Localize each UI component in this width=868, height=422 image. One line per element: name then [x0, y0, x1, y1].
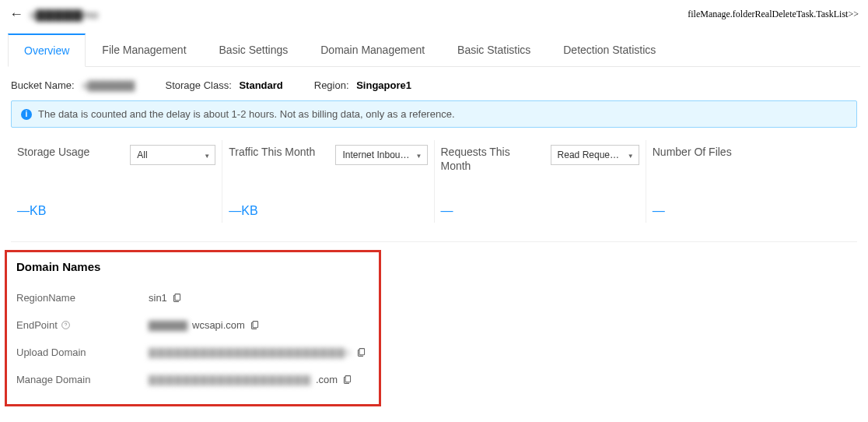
- bucket-name-value: s▇▇▇▇▇▇: [82, 79, 134, 91]
- tab-overview[interactable]: Overview: [8, 33, 86, 67]
- tab-file-management[interactable]: File Management: [86, 33, 202, 66]
- tab-domain-management[interactable]: Domain Management: [304, 33, 441, 66]
- help-icon[interactable]: [61, 320, 71, 330]
- svg-rect-0: [175, 294, 180, 301]
- copy-icon[interactable]: [250, 320, 260, 330]
- svg-rect-2: [253, 322, 258, 328]
- domain-names-section: Domain Names RegionName sin1 EndPoint ▇▇…: [5, 250, 381, 406]
- stat-requests-title: Requests This Month: [441, 145, 543, 173]
- bucket-name-label: Bucket Name:: [11, 79, 75, 91]
- domain-section-title: Domain Names: [16, 260, 369, 273]
- stat-files-value: —: [653, 204, 851, 218]
- stat-storage-usage: Storage Usage All —KB: [11, 140, 222, 223]
- stat-requests: Requests This Month Read Requests —: [435, 140, 646, 223]
- task-list-link[interactable]: fileManage.folderRealDeleteTask.TaskList…: [688, 9, 859, 20]
- stat-requests-value: —: [441, 204, 639, 218]
- traffic-select[interactable]: Internet Inbou…: [335, 145, 427, 165]
- storage-class-value: Standard: [239, 79, 282, 91]
- tab-basic-statistics[interactable]: Basic Statistics: [441, 33, 547, 66]
- manage-domain-prefix: ▇▇▇▇▇▇▇▇▇▇▇▇▇▇▇▇▇▇▇: [149, 374, 311, 385]
- endpoint-value-prefix: ▇▇▇▇▇: [149, 319, 187, 331]
- storage-select[interactable]: All: [130, 145, 215, 165]
- region-name-label: RegionName: [16, 292, 149, 304]
- alert-text: The data is counted and the delay is abo…: [38, 108, 455, 120]
- region-name-value: sin1: [149, 292, 167, 304]
- copy-icon[interactable]: [172, 293, 182, 303]
- manage-domain-suffix: .com: [316, 374, 338, 385]
- upload-domain-label: Upload Domain: [16, 346, 149, 358]
- region-value: Singapore1: [356, 79, 411, 91]
- tab-detection-statistics[interactable]: Detection Statistics: [547, 33, 672, 66]
- endpoint-value-suffix: wcsapi.com: [192, 319, 245, 331]
- requests-select[interactable]: Read Requests: [551, 145, 639, 165]
- stat-storage-title: Storage Usage: [17, 145, 89, 159]
- svg-rect-3: [359, 349, 365, 355]
- stat-storage-value: —KB: [17, 204, 215, 218]
- bucket-info: Bucket Name: s▇▇▇▇▇▇ Storage Class: Stan…: [0, 67, 868, 100]
- stats-row: Storage Usage All —KB Traffic This Month…: [0, 128, 868, 241]
- tab-basic-settings[interactable]: Basic Settings: [203, 33, 305, 66]
- stat-traffic-value: —KB: [229, 204, 427, 218]
- region-label: Region:: [314, 79, 349, 91]
- upload-domain-value: ▇▇▇▇▇▇▇▇▇▇▇▇▇▇▇▇▇▇▇▇▇▇▇n: [149, 346, 352, 358]
- manage-domain-label: Manage Domain: [16, 374, 149, 385]
- stat-files-title: Number Of Files: [653, 145, 732, 159]
- svg-rect-4: [345, 376, 351, 382]
- stat-traffic-title: Traffic This Month: [229, 145, 315, 159]
- copy-icon[interactable]: [356, 347, 366, 357]
- info-icon: i: [21, 109, 32, 120]
- tab-bar: Overview File Management Basic Settings …: [8, 33, 860, 67]
- storage-class-label: Storage Class:: [166, 79, 232, 91]
- endpoint-label: EndPoint: [16, 319, 58, 331]
- back-arrow-icon[interactable]: ←: [9, 6, 23, 23]
- stat-files: Number Of Files —: [646, 140, 857, 223]
- copy-icon[interactable]: [342, 375, 352, 385]
- stat-traffic: Traffic This Month Internet Inbou… —KB: [222, 140, 434, 223]
- page-title: s▇▇▇▇▇mo: [30, 8, 98, 22]
- info-alert: i The data is counted and the delay is a…: [11, 100, 857, 128]
